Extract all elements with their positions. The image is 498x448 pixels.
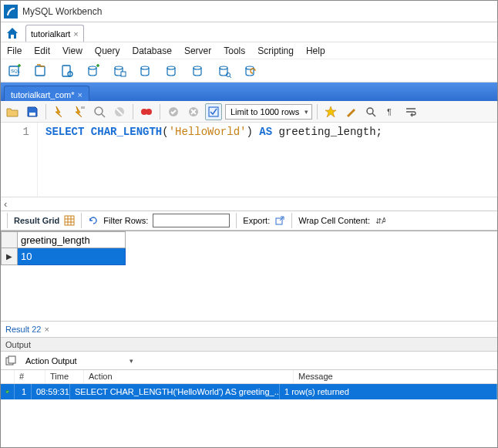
svg-rect-3 (62, 66, 70, 76)
line-gutter: 1 (1, 123, 38, 197)
separator (7, 213, 8, 228)
save-icon[interactable] (24, 103, 41, 120)
open-file-icon[interactable] (4, 103, 21, 120)
window-titlebar: MySQL Workbench (1, 1, 497, 22)
brush-icon[interactable] (342, 103, 359, 120)
invisible-chars-icon[interactable]: ¶ (382, 103, 399, 120)
grid-icon[interactable] (64, 215, 75, 226)
row-selector-icon[interactable]: ▶ (1, 248, 18, 265)
result-tab[interactable]: Result 22 (5, 325, 41, 334)
wrap-cell-label: Wrap Cell Content: (298, 216, 370, 225)
export-icon[interactable] (274, 215, 285, 226)
inspector-icon[interactable] (58, 62, 76, 80)
open-sql-icon[interactable] (32, 62, 50, 80)
close-icon[interactable]: × (78, 90, 82, 99)
log-time: 08:59:31 (32, 384, 70, 399)
log-num: 1 (15, 384, 32, 399)
svg-rect-29 (8, 356, 15, 363)
table-row[interactable]: ▶ 10 (1, 248, 497, 265)
explain-icon[interactable] (91, 103, 108, 120)
separator (236, 213, 237, 228)
db-search-icon[interactable] (215, 62, 234, 80)
menu-view[interactable]: View (62, 45, 82, 56)
svg-point-10 (193, 66, 201, 69)
row-header-corner (1, 231, 18, 248)
output-stack-icon[interactable] (5, 355, 16, 366)
svg-text:¶: ¶ (387, 107, 392, 116)
output-panel-header: Output (1, 338, 497, 352)
row-limit-label: Limit to 1000 rows (230, 107, 299, 116)
output-log-header: # Time Action Message (1, 370, 497, 384)
svg-rect-25 (65, 216, 74, 225)
home-icon[interactable] (4, 25, 21, 42)
find-icon[interactable] (362, 103, 379, 120)
query-tab[interactable]: tutorialkart_com* × (4, 86, 89, 101)
db-rebuild-icon[interactable] (241, 62, 260, 80)
db-add-icon[interactable] (84, 62, 103, 80)
db-func-icon[interactable] (189, 62, 207, 80)
separator (133, 104, 133, 120)
menu-server[interactable]: Server (184, 45, 211, 56)
menu-database[interactable]: Database (133, 45, 172, 56)
filter-rows-label: Filter Rows: (103, 216, 148, 225)
separator (45, 104, 46, 120)
cell-value[interactable]: 10 (18, 248, 126, 265)
stop-icon[interactable] (111, 103, 128, 120)
new-sql-tab-icon[interactable]: SQL (5, 62, 24, 80)
scroll-left-icon[interactable]: ‹ (1, 197, 497, 211)
beautify-icon[interactable] (322, 103, 339, 120)
wrap-cell-icon[interactable]: ⇵A (375, 215, 385, 226)
line-number: 1 (1, 126, 29, 138)
menu-edit[interactable]: Edit (34, 45, 50, 56)
column-header[interactable]: greeting_length (18, 231, 126, 248)
separator (81, 213, 82, 228)
menu-query[interactable]: Query (95, 45, 120, 56)
svg-point-9 (167, 66, 175, 69)
result-grid[interactable]: greeting_length ▶ 10 (1, 231, 497, 321)
execute-current-icon[interactable] (71, 103, 88, 120)
code-line[interactable]: SELECT CHAR_LENGTH('HelloWorld') AS gree… (38, 123, 387, 197)
db-table-icon[interactable] (110, 62, 129, 80)
rollback-icon[interactable] (185, 103, 202, 120)
window-title: MySQL Workbench (22, 6, 102, 17)
db-view-icon[interactable] (136, 62, 155, 80)
grid-empty-area (1, 265, 497, 321)
filter-rows-input[interactable] (153, 214, 230, 227)
output-type-select[interactable]: Action Output (21, 354, 136, 368)
separator (160, 104, 160, 120)
row-limit-select[interactable]: Limit to 1000 rows (225, 104, 312, 120)
execute-icon[interactable] (51, 103, 68, 120)
svg-point-5 (89, 66, 96, 69)
close-icon[interactable]: × (44, 325, 49, 334)
result-tabstrip: Result 22 × (1, 321, 497, 338)
log-col-action: Action (84, 370, 294, 383)
output-type-label: Action Output (25, 356, 77, 365)
app-icon (4, 5, 18, 19)
connection-tab-label: tutorialkart (31, 29, 70, 39)
commit-icon[interactable] (165, 103, 182, 120)
db-proc-icon[interactable] (163, 62, 181, 80)
log-message: 1 row(s) returned (280, 384, 497, 399)
separator (291, 213, 292, 228)
connection-tab[interactable]: tutorialkart × (25, 25, 84, 42)
menu-file[interactable]: File (7, 45, 22, 56)
svg-point-8 (141, 66, 149, 69)
menu-scripting[interactable]: Scripting (257, 45, 294, 56)
log-col-time: Time (45, 370, 84, 383)
svg-rect-2 (35, 66, 45, 76)
close-icon[interactable]: × (73, 29, 78, 39)
autocommit-toggle-icon[interactable] (205, 103, 222, 120)
menu-tools[interactable]: Tools (224, 45, 245, 56)
status-ok-icon (1, 384, 15, 399)
output-log-row[interactable]: 1 08:59:31 SELECT CHAR_LENGTH('HelloWorl… (1, 384, 497, 399)
refresh-icon[interactable] (88, 215, 99, 226)
stop-on-error-icon[interactable] (138, 103, 155, 120)
output-selector-row: Action Output (1, 352, 497, 370)
sql-editor[interactable]: 1 SELECT CHAR_LENGTH('HelloWorld') AS gr… (1, 123, 497, 197)
svg-point-19 (146, 109, 152, 115)
grid-header-row: greeting_length (1, 231, 497, 248)
wrap-icon[interactable] (402, 103, 419, 120)
export-label: Export: (243, 216, 270, 225)
result-toolbar: Result Grid Filter Rows: Export: Wrap Ce… (1, 211, 497, 231)
menu-help[interactable]: Help (306, 45, 325, 56)
